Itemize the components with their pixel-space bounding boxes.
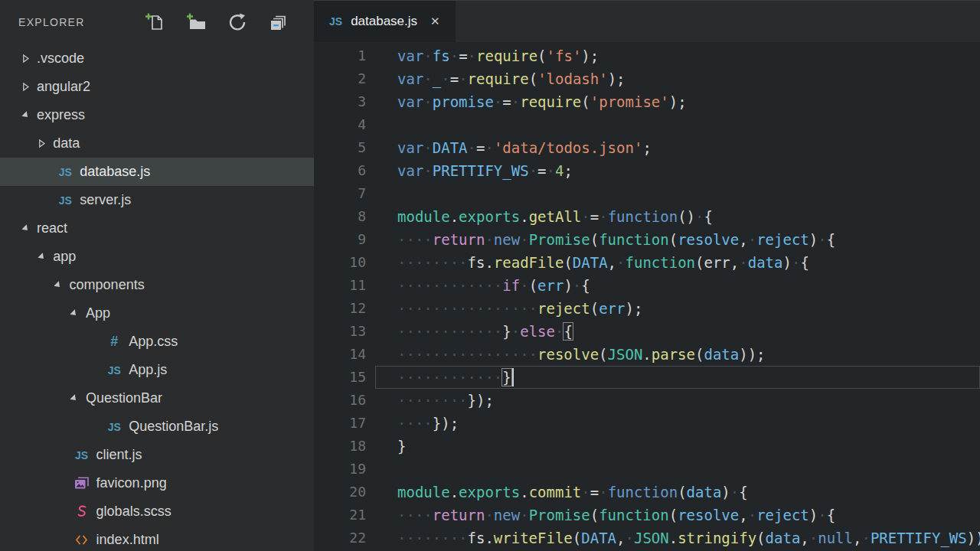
line-number[interactable]: 18 bbox=[314, 435, 375, 458]
line-number[interactable]: 21 bbox=[314, 504, 375, 527]
tree-item-label: react bbox=[37, 220, 67, 236]
line-number[interactable]: 13 bbox=[314, 320, 375, 343]
code-text[interactable]: var·PRETTIFY_WS·=·4; bbox=[375, 159, 980, 182]
line-number[interactable]: 12 bbox=[314, 297, 375, 320]
refresh-button[interactable] bbox=[227, 12, 247, 32]
tree-item-app-css[interactable]: #App.css bbox=[0, 328, 314, 356]
line-number[interactable]: 16 bbox=[314, 389, 375, 412]
code-text[interactable] bbox=[375, 458, 980, 481]
js-file-icon: JS bbox=[329, 15, 342, 28]
code-lines: 1var·fs·=·require('fs');2var·_·=·require… bbox=[314, 42, 980, 551]
explorer-header: EXPLORER bbox=[0, 0, 314, 44]
code-line-20: 20module.exports.commit·=·function(data)… bbox=[314, 481, 980, 504]
tree-item--vscode[interactable]: .vscode bbox=[0, 44, 314, 73]
code-text[interactable]: ················reject(err); bbox=[375, 297, 980, 320]
line-number[interactable]: 2 bbox=[314, 67, 375, 90]
tab-close-icon[interactable]: ✕ bbox=[430, 15, 440, 28]
code-text[interactable]: ····return·new·Promise(function(resolve,… bbox=[375, 504, 980, 527]
tree-item-express[interactable]: express bbox=[0, 101, 314, 129]
line-number[interactable]: 8 bbox=[314, 205, 375, 228]
tab-title: database.js bbox=[351, 14, 417, 29]
code-text[interactable]: ············}·else·{ bbox=[375, 320, 980, 343]
explorer-actions bbox=[145, 12, 289, 32]
line-number[interactable]: 4 bbox=[314, 113, 375, 136]
code-text[interactable]: ················resolve(JSON.parse(data)… bbox=[375, 343, 980, 366]
tree-item-globals-scss[interactable]: globals.scss bbox=[0, 497, 314, 526]
tree-item-react[interactable]: react bbox=[0, 214, 314, 243]
line-number[interactable]: 6 bbox=[314, 159, 375, 182]
refresh-icon bbox=[228, 13, 247, 31]
tree-item-app[interactable]: app bbox=[0, 243, 314, 271]
chevron-expanded-icon bbox=[37, 252, 47, 262]
line-number[interactable]: 14 bbox=[314, 343, 375, 366]
line-number[interactable]: 1 bbox=[314, 44, 375, 67]
line-number[interactable]: 15 bbox=[314, 366, 375, 389]
code-text[interactable]: module.exports.commit·=·function(data)·{ bbox=[375, 481, 980, 504]
tree-item-data[interactable]: data bbox=[0, 129, 314, 158]
line-number[interactable]: 19 bbox=[314, 458, 375, 481]
collapse-all-button[interactable] bbox=[269, 12, 289, 32]
tree-item-favicon-png[interactable]: favicon.png bbox=[0, 469, 314, 497]
code-line-6: 6var·PRETTIFY_WS·=·4; bbox=[314, 159, 980, 182]
code-text[interactable]: ········fs.readFile(DATA,·function(err,·… bbox=[375, 251, 980, 274]
tree-item-app-js[interactable]: JSApp.js bbox=[0, 356, 314, 384]
code-text[interactable]: ········}); bbox=[375, 389, 980, 412]
code-line-3: 3var·promise·=·require('promise'); bbox=[314, 90, 980, 113]
code-line-2: 2var·_·=·require('lodash'); bbox=[314, 67, 980, 90]
code-text[interactable]: ········fs.writeFile(DATA,·JSON.stringif… bbox=[375, 527, 980, 549]
code-line-18: 18} bbox=[314, 435, 980, 458]
tree-item-label: App bbox=[86, 305, 110, 321]
line-number[interactable]: 5 bbox=[314, 136, 375, 159]
line-number[interactable]: 11 bbox=[314, 274, 375, 297]
line-number[interactable]: 10 bbox=[314, 251, 375, 274]
js-file-icon: JS bbox=[59, 166, 72, 178]
explorer-title: EXPLORER bbox=[18, 16, 145, 28]
new-folder-button[interactable] bbox=[186, 12, 206, 32]
code-text-current-line[interactable]: ············} bbox=[375, 366, 980, 389]
line-number[interactable]: 7 bbox=[314, 182, 375, 205]
code-text[interactable]: } bbox=[375, 435, 980, 458]
code-line-4: 4 bbox=[314, 113, 980, 136]
code-text[interactable]: ····}); bbox=[375, 412, 980, 435]
code-text[interactable]: var·DATA·=·'data/todos.json'; bbox=[375, 136, 980, 159]
tree-item-questionbar-js[interactable]: JSQuestionBar.js bbox=[0, 412, 314, 441]
tree-item-questionbar[interactable]: QuestionBar bbox=[0, 384, 314, 412]
tree-item-server-js[interactable]: JSserver.js bbox=[0, 186, 314, 214]
code-text[interactable] bbox=[375, 113, 980, 136]
code-line-22: 22········fs.writeFile(DATA,·JSON.string… bbox=[314, 527, 980, 549]
chevron-expanded-icon bbox=[53, 280, 63, 290]
chevron-collapsed-icon bbox=[37, 139, 47, 148]
tree-item-client-js[interactable]: JSclient.js bbox=[0, 441, 314, 469]
tree-item-app[interactable]: App bbox=[0, 299, 314, 328]
tree-item-components[interactable]: components bbox=[0, 271, 314, 299]
tab-database-js[interactable]: JS database.js ✕ bbox=[314, 1, 456, 42]
tab-bar: JS database.js ✕ bbox=[314, 0, 980, 42]
tree-item-label: database.js bbox=[80, 164, 150, 180]
chevron-expanded-icon bbox=[69, 393, 79, 403]
line-number[interactable]: 17 bbox=[314, 412, 375, 435]
tree-item-label: .vscode bbox=[37, 51, 84, 67]
tree-item-database-js[interactable]: JSdatabase.js bbox=[0, 158, 314, 186]
line-number[interactable]: 9 bbox=[314, 228, 375, 251]
line-number[interactable]: 20 bbox=[314, 481, 375, 504]
code-text[interactable]: module.exports.getAll·=·function()·{ bbox=[375, 205, 980, 228]
line-number[interactable]: 3 bbox=[314, 90, 375, 113]
tree-item-label: QuestionBar bbox=[86, 390, 162, 406]
tree-item-label: angular2 bbox=[37, 79, 90, 95]
code-text[interactable]: ····return·new·Promise(function(resolve,… bbox=[375, 228, 980, 251]
code-text[interactable]: var·_·=·require('lodash'); bbox=[375, 67, 980, 90]
new-file-button[interactable] bbox=[145, 12, 165, 32]
line-number[interactable]: 22 bbox=[314, 527, 375, 549]
tree-item-label: index.html bbox=[96, 532, 159, 548]
tree-item-index-html[interactable]: index.html bbox=[0, 526, 314, 551]
tree-item-label: App.css bbox=[129, 334, 178, 350]
code-line-5: 5var·DATA·=·'data/todos.json'; bbox=[314, 136, 980, 159]
tree-item-angular2[interactable]: angular2 bbox=[0, 73, 314, 101]
code-text[interactable] bbox=[375, 182, 980, 205]
code-text[interactable]: ············if·(err)·{ bbox=[375, 274, 980, 297]
code-text[interactable]: var·fs·=·require('fs'); bbox=[375, 44, 980, 67]
bracket-match-highlight: { bbox=[564, 323, 572, 340]
chevron-expanded-icon bbox=[21, 110, 31, 120]
code-text[interactable]: var·promise·=·require('promise'); bbox=[375, 90, 980, 113]
js-file-icon: JS bbox=[108, 364, 121, 377]
